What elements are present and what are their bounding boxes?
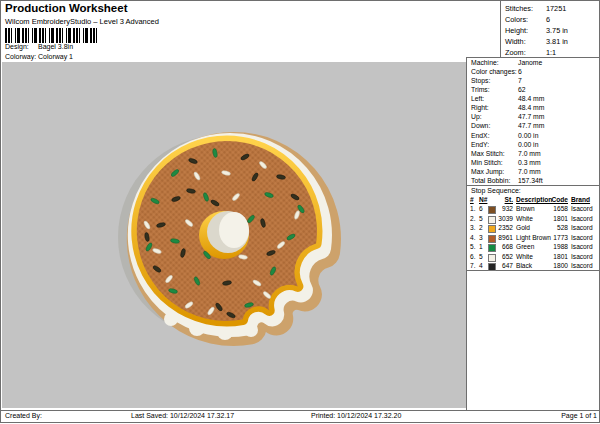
col-header-stitch: St.	[494, 196, 513, 203]
machine-row: EndX:0.00 in	[466, 132, 599, 141]
stop-sequence-cell: 1801	[544, 215, 568, 222]
machine-row: Max Jump:7.0 mm	[466, 168, 599, 177]
machine-row: EndY:0.00 in	[466, 141, 599, 150]
thread-color-swatch	[488, 216, 496, 224]
stat-row-value: 17251	[546, 4, 566, 13]
stat-row: Width:3.81 in	[501, 37, 599, 48]
stop-sequence-cell: 2	[479, 224, 483, 231]
machine-row-label: Right:	[471, 104, 489, 111]
machine-row-label: Min Stitch:	[471, 159, 503, 166]
stop-sequence-cell: 528	[544, 224, 568, 231]
stop-sequence-cell: 652	[494, 253, 513, 260]
stop-sequence-cell: 4.	[470, 234, 476, 241]
machine-row: Total Bobbin:157.34ft	[466, 177, 599, 186]
stop-sequence-cell: 1773	[544, 234, 568, 241]
stop-sequence-row: 7.4647Black1800Isacord	[466, 262, 599, 271]
barcode-image	[5, 28, 98, 43]
stop-sequence-cell: 1	[479, 243, 483, 250]
stat-row-label: Stitches:	[505, 4, 533, 13]
col-header-code: Code	[544, 196, 568, 203]
footer-created-by: Created By:	[5, 412, 42, 419]
machine-info-list: Machine:JanomeColor changes:6Stops:7Trim…	[466, 58, 599, 185]
machine-row-label: Stops:	[471, 77, 490, 84]
machine-row-label: EndY:	[471, 141, 489, 148]
col-header-num: #	[470, 196, 474, 203]
stop-sequence-cell: Isacord	[571, 253, 593, 260]
stop-sequence-cell: 1800	[544, 262, 568, 269]
design-value: Bagel 3.8in	[38, 43, 73, 50]
stop-sequence-cell: Isacord	[571, 234, 593, 241]
stat-row-value: 6	[546, 15, 550, 24]
stop-sequence-cell: 7.	[470, 262, 476, 269]
machine-row-label: EndX:	[471, 132, 490, 139]
machine-row-value: 47.7 mm	[518, 113, 544, 120]
design-canvas	[2, 62, 466, 408]
stat-row: Height:3.75 in	[501, 26, 599, 37]
stop-sequence-cell: 1658	[544, 205, 568, 212]
hole-highlight	[219, 212, 249, 248]
stat-row-label: Zoom:	[505, 48, 526, 57]
stop-sequence-cell: Isacord	[571, 243, 593, 250]
machine-row-value: 6	[518, 68, 522, 75]
stop-sequence-cell: 1.	[470, 205, 476, 212]
machine-row: Up:47.7 mm	[466, 113, 599, 122]
stop-sequence-cell: 668	[494, 243, 513, 250]
machine-row: Right:48.4 mm	[466, 104, 599, 113]
stop-sequence-cell: Brown	[516, 205, 535, 212]
stop-sequence-cell: 5	[479, 215, 483, 222]
stop-sequence-cell: White	[516, 215, 533, 222]
stop-sequence-cell: 6	[479, 205, 483, 212]
stop-sequence-cell: 5.	[470, 243, 476, 250]
machine-row: Left:48.4 mm	[466, 95, 599, 104]
machine-row-value: 7.0 mm	[518, 168, 541, 175]
stop-sequence-cell: 5	[479, 253, 483, 260]
stop-sequence-cell: 2.	[470, 215, 476, 222]
stop-sequence-row: 4.38961Light Brown1773Isacord	[466, 234, 599, 243]
machine-row-label: Max Jump:	[471, 168, 504, 175]
icing-drip	[164, 312, 178, 326]
machine-row-value: 7.0 mm	[518, 150, 541, 157]
stop-sequence-row: 5.1668Green1988Isacord	[466, 243, 599, 252]
stop-sequence-cell: 3039	[494, 215, 513, 222]
software-name: Wilcom EmbroideryStudio – Level 3 Advanc…	[5, 17, 159, 26]
stat-row: Colors:6	[501, 15, 599, 26]
machine-row-label: Total Bobbin:	[471, 177, 510, 184]
stop-sequence-cell: 1801	[544, 253, 568, 260]
footer-printed: Printed: 10/12/2024 17.32.20	[311, 412, 401, 419]
thread-color-swatch	[488, 235, 496, 243]
machine-row-value: Janome	[518, 59, 542, 66]
machine-row-label: Left:	[471, 95, 484, 102]
stop-sequence-cell: White	[516, 253, 533, 260]
machine-row-value: 47.7 mm	[518, 122, 544, 129]
machine-row: Max Stitch:7.0 mm	[466, 150, 599, 159]
footer-page-number: Page 1 of 1	[561, 412, 597, 419]
col-header-brand: Brand	[571, 196, 590, 203]
machine-row: Trims:62	[466, 86, 599, 95]
machine-row: Color changes:6	[466, 68, 599, 77]
stop-sequence-cell: Isacord	[571, 224, 593, 231]
thread-color-swatch	[488, 206, 496, 214]
machine-row-label: Down:	[471, 122, 490, 129]
stat-row: Stitches:17251	[501, 4, 599, 15]
machine-row-value: 7	[518, 77, 522, 84]
stop-sequence-cell: 4	[479, 262, 483, 269]
machine-row-value: 48.4 mm	[518, 95, 544, 102]
col-header-needle: N#	[479, 196, 487, 203]
machine-row-value: 0.00 in	[518, 141, 538, 148]
stop-sequence-cell: 2352	[494, 224, 513, 231]
stat-row-value: 1:1	[546, 48, 556, 57]
stat-row-label: Height:	[505, 26, 528, 35]
stop-sequence-cell: 6.	[470, 253, 476, 260]
stop-sequence-cell: 647	[494, 262, 513, 269]
machine-row-label: Max Stitch:	[471, 150, 505, 157]
thread-color-swatch	[488, 254, 496, 262]
colorway-value: Colorway 1	[38, 53, 73, 60]
stop-sequence-row: 6.5652White1801Isacord	[466, 253, 599, 262]
stop-sequence-cell: Isacord	[571, 205, 593, 212]
production-worksheet-page: Production Worksheet Wilcom EmbroiderySt…	[0, 0, 600, 423]
stop-sequence-cell: 3	[479, 234, 483, 241]
stop-sequence-cell: 1988	[544, 243, 568, 250]
stop-sequence-cell: 932	[494, 205, 513, 212]
machine-row-value: 0.3 mm	[518, 159, 541, 166]
stat-row-value: 3.81 in	[546, 37, 568, 46]
